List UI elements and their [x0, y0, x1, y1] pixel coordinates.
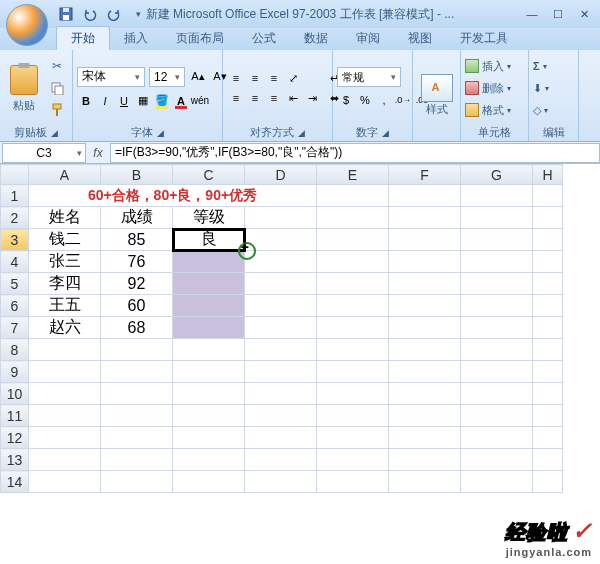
cell-C3[interactable]: 良+: [173, 229, 245, 251]
cell[interactable]: [533, 383, 563, 405]
cell-A2[interactable]: 姓名: [29, 207, 101, 229]
cell[interactable]: [101, 339, 173, 361]
cell[interactable]: [461, 273, 533, 295]
cell[interactable]: [173, 383, 245, 405]
cell[interactable]: [317, 339, 389, 361]
cell[interactable]: [389, 273, 461, 295]
cell[interactable]: [245, 295, 317, 317]
tab-insert[interactable]: 插入: [110, 27, 162, 50]
styles-button[interactable]: A 样式: [417, 66, 456, 126]
percent-icon[interactable]: %: [356, 91, 374, 109]
cell-A4[interactable]: 张三: [29, 251, 101, 273]
cell-C4[interactable]: [173, 251, 245, 273]
minimize-icon[interactable]: —: [520, 5, 544, 23]
cell[interactable]: [245, 471, 317, 493]
phonetic-button[interactable]: wén: [191, 92, 209, 110]
font-size-combo[interactable]: 12▾: [149, 67, 185, 87]
col-header-C[interactable]: C: [173, 165, 245, 185]
cell[interactable]: [389, 427, 461, 449]
cell[interactable]: [29, 361, 101, 383]
cell[interactable]: [533, 229, 563, 251]
cell[interactable]: [245, 229, 317, 251]
row-header-6[interactable]: 6: [1, 295, 29, 317]
worksheet[interactable]: A B C D E F G H 1 60+合格，80+良，90+优秀 2 姓名 …: [0, 164, 600, 493]
cell[interactable]: [317, 251, 389, 273]
cell[interactable]: [29, 427, 101, 449]
cell[interactable]: [173, 427, 245, 449]
cell[interactable]: [173, 361, 245, 383]
cell[interactable]: [389, 229, 461, 251]
cell[interactable]: [533, 273, 563, 295]
align-left-icon[interactable]: ≡: [227, 89, 245, 107]
cell[interactable]: [533, 471, 563, 493]
tab-view[interactable]: 视图: [394, 27, 446, 50]
redo-icon[interactable]: [104, 4, 124, 24]
cell[interactable]: [317, 317, 389, 339]
cell[interactable]: [533, 317, 563, 339]
cell-B4[interactable]: 76: [101, 251, 173, 273]
cell[interactable]: [29, 339, 101, 361]
cell[interactable]: [533, 295, 563, 317]
cell[interactable]: [101, 405, 173, 427]
cell[interactable]: [389, 295, 461, 317]
cell[interactable]: [101, 383, 173, 405]
cell[interactable]: [461, 449, 533, 471]
cell[interactable]: [533, 251, 563, 273]
cell[interactable]: [317, 273, 389, 295]
row-header-10[interactable]: 10: [1, 383, 29, 405]
cell[interactable]: [461, 471, 533, 493]
formula-input[interactable]: =IF(B3>=90,"优秀",IF(B3>=80,"良","合格")): [110, 143, 600, 163]
cell[interactable]: [173, 471, 245, 493]
cell[interactable]: [29, 449, 101, 471]
tab-page-layout[interactable]: 页面布局: [162, 27, 238, 50]
cell[interactable]: [245, 405, 317, 427]
cell-C5[interactable]: [173, 273, 245, 295]
tab-data[interactable]: 数据: [290, 27, 342, 50]
cell[interactable]: [29, 471, 101, 493]
office-button[interactable]: [6, 4, 48, 46]
cell[interactable]: [533, 449, 563, 471]
autosum-button[interactable]: Σ▾: [533, 56, 547, 76]
col-header-H[interactable]: H: [533, 165, 563, 185]
cell-A3[interactable]: 钱二: [29, 229, 101, 251]
cell[interactable]: [317, 427, 389, 449]
cell[interactable]: [533, 361, 563, 383]
cell[interactable]: [317, 383, 389, 405]
paste-button[interactable]: 粘贴: [4, 55, 44, 121]
select-all-corner[interactable]: [1, 165, 29, 185]
close-icon[interactable]: ✕: [572, 5, 596, 23]
alignment-dialog-launcher[interactable]: ◢: [298, 128, 305, 138]
tab-developer[interactable]: 开发工具: [446, 27, 522, 50]
cell[interactable]: [461, 317, 533, 339]
col-header-A[interactable]: A: [29, 165, 101, 185]
cell[interactable]: [461, 295, 533, 317]
cell[interactable]: [533, 185, 563, 207]
cell[interactable]: [317, 405, 389, 427]
cell-B2[interactable]: 成绩: [101, 207, 173, 229]
cell[interactable]: [461, 383, 533, 405]
cell[interactable]: [245, 383, 317, 405]
col-header-G[interactable]: G: [461, 165, 533, 185]
cell-B7[interactable]: 68: [101, 317, 173, 339]
cell[interactable]: [245, 273, 317, 295]
bold-button[interactable]: B: [77, 92, 95, 110]
tab-formulas[interactable]: 公式: [238, 27, 290, 50]
cell-B5[interactable]: 92: [101, 273, 173, 295]
align-right-icon[interactable]: ≡: [265, 89, 283, 107]
number-dialog-launcher[interactable]: ◢: [382, 128, 389, 138]
cell[interactable]: [317, 449, 389, 471]
cell[interactable]: [317, 207, 389, 229]
tab-review[interactable]: 审阅: [342, 27, 394, 50]
cell[interactable]: [461, 361, 533, 383]
cell[interactable]: [533, 427, 563, 449]
tab-home[interactable]: 开始: [56, 26, 110, 50]
row-header-9[interactable]: 9: [1, 361, 29, 383]
cell[interactable]: [101, 361, 173, 383]
currency-icon[interactable]: $: [337, 91, 355, 109]
underline-button[interactable]: U: [115, 92, 133, 110]
cell[interactable]: [461, 339, 533, 361]
cell[interactable]: [317, 295, 389, 317]
cell[interactable]: [245, 251, 317, 273]
row-header-3[interactable]: 3: [1, 229, 29, 251]
cell[interactable]: [389, 361, 461, 383]
